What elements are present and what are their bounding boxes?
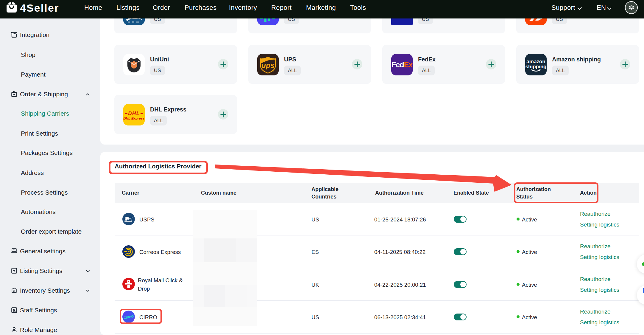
- svg-text:shipping: shipping: [526, 64, 547, 69]
- svg-text:DHL: DHL: [128, 111, 140, 116]
- svg-text:ups: ups: [261, 61, 275, 69]
- svg-text:DHL Express: DHL Express: [123, 117, 144, 120]
- svg-text:Royal Mail: Royal Mail: [125, 283, 132, 285]
